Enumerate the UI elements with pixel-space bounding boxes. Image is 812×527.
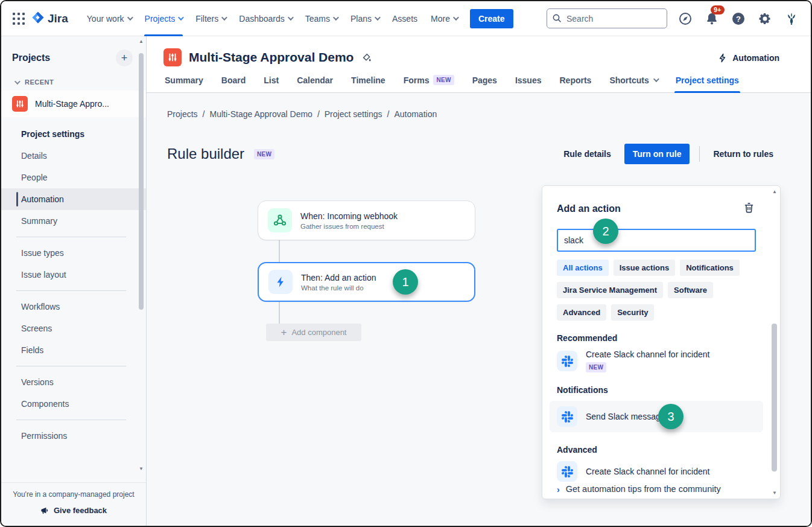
nav-item-assets[interactable]: Assets (385, 1, 424, 36)
sidebar-divider (16, 290, 126, 291)
panel-title: Add an action (557, 203, 621, 214)
jira-logo-icon (31, 11, 45, 27)
step-title: When: Incoming webhook (300, 211, 398, 221)
breadcrumb-link[interactable]: Project settings (325, 109, 382, 119)
sidebar-item-permissions[interactable]: Permissions (1, 425, 146, 447)
breadcrumb-link[interactable]: Automation (394, 109, 437, 119)
create-button[interactable]: Create (470, 9, 513, 28)
notifications-bell-icon[interactable]: 9+ (703, 10, 720, 27)
rule-step-card[interactable]: Then: Add an actionWhat the rule will do… (258, 262, 475, 302)
filter-chip-all-actions[interactable]: All actions (557, 260, 609, 276)
nav-item-projects[interactable]: Projects (138, 1, 189, 36)
action-search-input[interactable] (557, 229, 756, 252)
scroll-down-arrow[interactable]: ▼ (138, 466, 144, 471)
sidebar-item-people[interactable]: People (1, 167, 146, 188)
paint-ink-icon[interactable] (362, 53, 372, 65)
nav-item-more[interactable]: More (424, 1, 464, 36)
sidebar-project-name: Multi-Stage Appro... (35, 99, 109, 109)
sidebar-item-fields[interactable]: Fields (1, 339, 146, 361)
tab-label: Summary (165, 75, 203, 85)
nav-item-label: Projects (145, 14, 176, 24)
scroll-down-arrow[interactable]: ▼ (771, 490, 778, 496)
tab-shortcuts[interactable]: Shortcuts (606, 75, 661, 92)
search-input[interactable] (547, 8, 667, 28)
community-tips-link[interactable]: › Get automation tips from the community (557, 484, 721, 494)
sidebar-item-workflows[interactable]: Workflows (1, 296, 146, 318)
return-to-rules-button[interactable]: Return to rules (709, 144, 777, 164)
breadcrumb-link[interactable]: Projects (167, 109, 198, 119)
action-item[interactable]: Create Slack channel for incidentNEW (557, 350, 756, 372)
sidebar-project-item[interactable]: Multi-Stage Appro... (1, 91, 146, 117)
panel-scrollbar[interactable]: ▲ ▼ (771, 188, 778, 497)
give-feedback-label: Give feedback (54, 506, 107, 515)
nav-item-plans[interactable]: Plans (344, 1, 385, 36)
slack-icon (557, 461, 577, 482)
chevron-down-icon (288, 14, 294, 21)
sidebar-item-issue-types[interactable]: Issue types (1, 242, 146, 264)
nav-item-label: Plans (350, 14, 372, 24)
rule-step-card[interactable]: When: Incoming webhookGather issues from… (258, 200, 475, 240)
nav-item-teams[interactable]: Teams (299, 1, 344, 36)
add-component-button[interactable]: +Add component (266, 324, 361, 341)
filter-chip-advanced[interactable]: Advanced (557, 304, 606, 321)
nav-item-label: More (431, 14, 450, 24)
tab-issues[interactable]: Issues (512, 75, 545, 92)
action-item[interactable]: Create Slack channel for incident (557, 461, 756, 482)
project-tabs: SummaryBoardListCalendarTimelineFormsNEW… (147, 66, 811, 93)
rule-details-button[interactable]: Rule details (560, 144, 615, 164)
managed-project-note: You're in a company-managed project (7, 490, 140, 499)
tab-pages[interactable]: Pages (469, 75, 501, 92)
primary-nav: Your workProjectsFiltersDashboardsTeamsP… (80, 1, 464, 36)
sidebar-item-screens[interactable]: Screens (1, 318, 146, 339)
sidebar-scrollbar[interactable]: ▲ ▼ (138, 39, 144, 471)
tab-reports[interactable]: Reports (556, 75, 595, 92)
breadcrumb-link[interactable]: Multi-Stage Approval Demo (209, 109, 312, 119)
main-area: Multi-Stage Approval Demo Automation Sum… (147, 36, 811, 526)
sidebar-item-automation[interactable]: Automation (1, 188, 146, 210)
scrollbar-thumb[interactable] (139, 53, 144, 310)
action-item[interactable]: Send Slack message3 (550, 401, 763, 432)
filter-chip-notifications[interactable]: Notifications (680, 260, 740, 276)
scroll-up-arrow[interactable]: ▲ (138, 39, 144, 44)
settings-gear-icon[interactable] (756, 10, 773, 27)
jira-logo[interactable]: Jira (31, 11, 68, 27)
tab-label: Timeline (351, 75, 385, 85)
tab-project-settings[interactable]: Project settings (672, 75, 743, 92)
add-project-button[interactable]: + (116, 50, 133, 66)
filter-chip-security[interactable]: Security (611, 304, 654, 321)
tab-timeline[interactable]: Timeline (347, 75, 389, 92)
filter-chip-jira-service-management[interactable]: Jira Service Management (557, 282, 663, 298)
sidebar-item-issue-layout[interactable]: Issue layout (1, 264, 146, 286)
tab-board[interactable]: Board (218, 75, 249, 92)
filter-chip-software[interactable]: Software (668, 282, 713, 298)
user-avatar[interactable] (783, 10, 800, 27)
tab-list[interactable]: List (260, 75, 282, 92)
nav-item-label: Dashboards (239, 14, 285, 24)
tab-calendar[interactable]: Calendar (293, 75, 337, 92)
action-label: Send Slack message (586, 412, 665, 421)
nav-item-label: Teams (305, 14, 330, 24)
sidebar-item-details[interactable]: Details (1, 145, 146, 167)
help-icon[interactable]: ? (730, 10, 747, 27)
scrollbar-thumb[interactable] (772, 324, 777, 471)
sidebar-item-summary[interactable]: Summary (1, 210, 146, 232)
nav-item-your-work[interactable]: Your work (80, 1, 138, 36)
sidebar-item-components[interactable]: Components (1, 393, 146, 415)
give-feedback-button[interactable]: Give feedback (40, 506, 107, 515)
filter-chip-issue-actions[interactable]: Issue actions (614, 260, 675, 276)
connector-line (279, 240, 280, 262)
tab-summary[interactable]: Summary (161, 75, 207, 92)
sidebar-scroll-area: Projects + RECENT Multi-Stage Appro... P… (1, 36, 146, 482)
automation-shortcut-button[interactable]: Automation (718, 53, 779, 63)
recent-section-toggle[interactable]: RECENT (1, 66, 146, 91)
nav-item-dashboards[interactable]: Dashboards (232, 1, 299, 36)
delete-action-button[interactable] (742, 200, 756, 217)
turn-on-rule-button[interactable]: Turn on rule (624, 144, 690, 164)
tab-forms[interactable]: FormsNEW (400, 75, 458, 92)
discover-compass-icon[interactable] (677, 10, 694, 27)
scroll-up-arrow[interactable]: ▲ (771, 189, 778, 194)
nav-item-filters[interactable]: Filters (189, 1, 232, 36)
app-switcher-icon[interactable] (11, 11, 27, 27)
sidebar-item-versions[interactable]: Versions (1, 371, 146, 393)
sidebar-item-project-settings[interactable]: Project settings (1, 123, 146, 145)
